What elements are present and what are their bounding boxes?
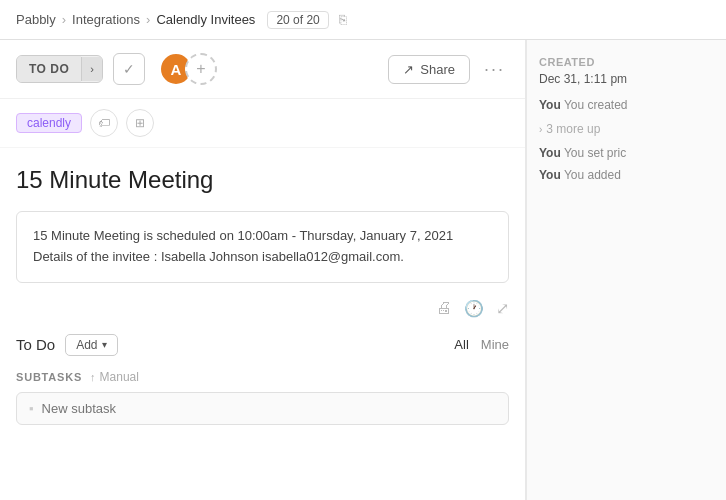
expand-icon[interactable]: ⤢ [496,299,509,318]
activity-more-button[interactable]: › 3 more up [539,122,714,136]
activity-you-1: You [539,98,561,112]
description-line-1: 15 Minute Meeting is scheduled on 10:00a… [33,226,492,247]
todo-section: To Do Add ▾ All Mine [0,326,525,362]
activity-item-3: You You added [539,168,714,182]
copy-icon[interactable]: ⎘ [339,12,347,27]
todo-filters: All Mine [454,337,509,352]
sort-icon: ↑ [90,371,96,383]
breadcrumb-app[interactable]: Pabbly [16,12,56,27]
filter-mine[interactable]: Mine [481,337,509,352]
print-icon[interactable]: 🖨 [436,299,452,318]
subtasks-header: SUBTASKS ↑ Manual [16,370,509,384]
activity-text-3: You added [564,168,621,182]
share-label: Share [420,62,455,77]
status-button[interactable]: TO DO › [16,55,103,83]
share-button[interactable]: ↗ Share [388,55,470,84]
activity-text-2: You set pric [564,146,626,160]
avatar-group: A + [159,52,217,86]
tag-icon-button[interactable]: 🏷 [90,109,118,137]
toolbar: TO DO › ✓ A + ↗ Share ··· [0,40,525,99]
check-icon: ✓ [123,61,135,77]
description-box: 15 Minute Meeting is scheduled on 10:00a… [16,211,509,283]
count-separator: of [293,13,306,27]
activity-you-3: You [539,168,561,182]
subtask-checkbox-icon: ▪ [29,401,34,416]
created-date: Dec 31, 1:11 pm [539,72,714,86]
chevron-right-icon: › [539,124,542,135]
breadcrumb-chevron-1: › [62,12,66,27]
main-layout: TO DO › ✓ A + ↗ Share ··· ca [0,40,726,500]
breadcrumb-bar: Pabbly › Integrations › Calendly Invitee… [0,0,726,40]
tag-calendly[interactable]: calendly [16,113,82,133]
add-icon: + [196,60,205,78]
activity-log: You You created › 3 more up You You set … [539,98,714,182]
breadcrumb-current: Calendly Invitees [156,12,255,27]
count-current: 20 [276,13,289,27]
todo-label: To Do [16,336,55,353]
subtasks-section: SUBTASKS ↑ Manual ▪ [0,362,525,429]
activity-item-2: You You set pric [539,146,714,160]
complete-button[interactable]: ✓ [113,53,145,85]
subtasks-label: SUBTASKS [16,371,82,383]
add-button[interactable]: Add ▾ [65,334,117,356]
count-box: 20 of 20 [267,11,328,29]
status-dropdown-arrow[interactable]: › [81,57,102,81]
activity-you-2: You [539,146,561,160]
new-subtask-input[interactable] [42,401,496,416]
activity-text-1: You created [564,98,628,112]
history-icon[interactable]: 🕐 [464,299,484,318]
tag-options-button[interactable]: ⊞ [126,109,154,137]
description-line-2: Details of the invitee : Isabella Johnso… [33,247,492,268]
right-sidebar: CREATED Dec 31, 1:11 pm You You created … [526,40,726,500]
share-icon: ↗ [403,62,414,77]
add-button-label: Add [76,338,97,352]
more-options-button[interactable]: ··· [480,59,509,80]
status-label: TO DO [17,56,81,82]
activity-item-1: You You created [539,98,714,112]
add-dropdown-arrow: ▾ [102,339,107,350]
sort-label: Manual [100,370,139,384]
new-subtask-row[interactable]: ▪ [16,392,509,425]
content-area: TO DO › ✓ A + ↗ Share ··· ca [0,40,526,500]
task-title: 15 Minute Meeting [0,148,525,203]
sort-manual[interactable]: ↑ Manual [90,370,139,384]
breadcrumb-integrations[interactable]: Integrations [72,12,140,27]
activity-more-text: 3 more up [546,122,600,136]
created-label: CREATED [539,56,714,68]
action-icons-row: 🖨 🕐 ⤢ [0,295,525,326]
tags-row: calendly 🏷 ⊞ [0,99,525,148]
add-member-button[interactable]: + [185,53,217,85]
count-total: 20 [306,13,319,27]
filter-all[interactable]: All [454,337,468,352]
avatar-initial: A [171,61,182,78]
breadcrumb-chevron-2: › [146,12,150,27]
